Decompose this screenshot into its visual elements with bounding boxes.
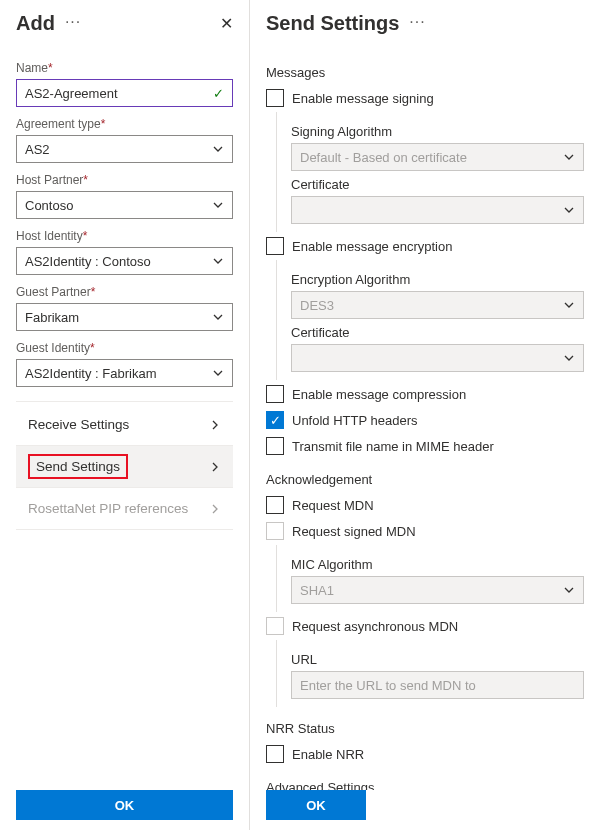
ok-button[interactable]: OK [16, 790, 233, 820]
chevron-down-icon [563, 352, 575, 364]
checkbox-icon [266, 237, 284, 255]
encryption-algorithm-label: Encryption Algorithm [291, 272, 584, 287]
name-input[interactable]: AS2-Agreement ✓ [16, 79, 233, 107]
chk-request-signed-mdn[interactable]: Request signed MDN [266, 519, 584, 543]
checkbox-icon [266, 411, 284, 429]
guest-partner-label: Guest Partner* [16, 285, 233, 299]
nav-section: Receive Settings Send Settings RosettaNe… [16, 401, 233, 530]
guest-partner-select[interactable]: Fabrikam [16, 303, 233, 331]
advanced-section-title: Advanced Settings [266, 780, 584, 790]
chevron-down-icon [212, 255, 224, 267]
add-title: Add [16, 12, 55, 35]
encryption-algorithm-select[interactable]: DES3 [291, 291, 584, 319]
signing-algorithm-select[interactable]: Default - Based on certificate [291, 143, 584, 171]
chevron-down-icon [212, 311, 224, 323]
signing-certificate-label: Certificate [291, 177, 584, 192]
send-settings-pane: Send Settings ··· Messages Enable messag… [250, 0, 600, 830]
checkbox-icon [266, 437, 284, 455]
send-settings-header: Send Settings ··· [266, 12, 584, 35]
close-icon[interactable]: ✕ [220, 14, 233, 33]
chevron-down-icon [212, 367, 224, 379]
chevron-down-icon [563, 299, 575, 311]
host-identity-select[interactable]: AS2Identity : Contoso [16, 247, 233, 275]
add-pane: Add ··· ✕ Name* AS2-Agreement ✓ Agreemen… [0, 0, 250, 830]
checkbox-icon [266, 385, 284, 403]
messages-section-title: Messages [266, 65, 584, 80]
more-icon[interactable]: ··· [65, 13, 81, 31]
nrr-section-title: NRR Status [266, 721, 584, 736]
chk-request-async-mdn[interactable]: Request asynchronous MDN [266, 614, 584, 638]
agreement-type-label: Agreement type* [16, 117, 233, 131]
send-settings-title: Send Settings [266, 12, 399, 35]
chevron-down-icon [563, 204, 575, 216]
mic-algorithm-select[interactable]: SHA1 [291, 576, 584, 604]
guest-identity-select[interactable]: AS2Identity : Fabrikam [16, 359, 233, 387]
guest-identity-label: Guest Identity* [16, 341, 233, 355]
host-partner-select[interactable]: Contoso [16, 191, 233, 219]
checkbox-icon [266, 496, 284, 514]
mic-group: MIC Algorithm SHA1 [276, 545, 584, 612]
ok-button[interactable]: OK [266, 790, 366, 820]
chevron-down-icon [563, 584, 575, 596]
url-group: URL Enter the URL to send MDN to [276, 640, 584, 707]
encryption-certificate-label: Certificate [291, 325, 584, 340]
chevron-down-icon [563, 151, 575, 163]
checkbox-icon [266, 522, 284, 540]
more-icon[interactable]: ··· [409, 13, 425, 31]
name-label: Name* [16, 61, 233, 75]
ack-section-title: Acknowledgement [266, 472, 584, 487]
url-label: URL [291, 652, 584, 667]
chevron-right-icon [209, 503, 221, 515]
checkbox-icon [266, 745, 284, 763]
chevron-right-icon [209, 419, 221, 431]
chk-enable-compression[interactable]: Enable message compression [266, 382, 584, 406]
agreement-type-select[interactable]: AS2 [16, 135, 233, 163]
chk-enable-encryption[interactable]: Enable message encryption [266, 234, 584, 258]
chk-unfold-http[interactable]: Unfold HTTP headers [266, 408, 584, 432]
signing-algorithm-label: Signing Algorithm [291, 124, 584, 139]
mic-algorithm-label: MIC Algorithm [291, 557, 584, 572]
chevron-down-icon [212, 199, 224, 211]
checkbox-icon [266, 89, 284, 107]
nav-send-settings[interactable]: Send Settings [16, 446, 233, 488]
chk-enable-signing[interactable]: Enable message signing [266, 86, 584, 110]
encryption-group: Encryption Algorithm DES3 Certificate [276, 260, 584, 380]
chk-request-mdn[interactable]: Request MDN [266, 493, 584, 517]
chevron-right-icon [209, 461, 221, 473]
nav-receive-settings[interactable]: Receive Settings [16, 404, 233, 446]
checkbox-icon [266, 617, 284, 635]
url-input[interactable]: Enter the URL to send MDN to [291, 671, 584, 699]
host-partner-label: Host Partner* [16, 173, 233, 187]
add-header: Add ··· ✕ [16, 12, 233, 35]
signing-group: Signing Algorithm Default - Based on cer… [276, 112, 584, 232]
signing-certificate-select[interactable] [291, 196, 584, 224]
chk-enable-nrr[interactable]: Enable NRR [266, 742, 584, 766]
nav-rosettanet-pip[interactable]: RosettaNet PIP references [16, 488, 233, 530]
chk-transmit-filename[interactable]: Transmit file name in MIME header [266, 434, 584, 458]
host-identity-label: Host Identity* [16, 229, 233, 243]
encryption-certificate-select[interactable] [291, 344, 584, 372]
chevron-down-icon [212, 143, 224, 155]
check-icon: ✓ [213, 86, 224, 101]
